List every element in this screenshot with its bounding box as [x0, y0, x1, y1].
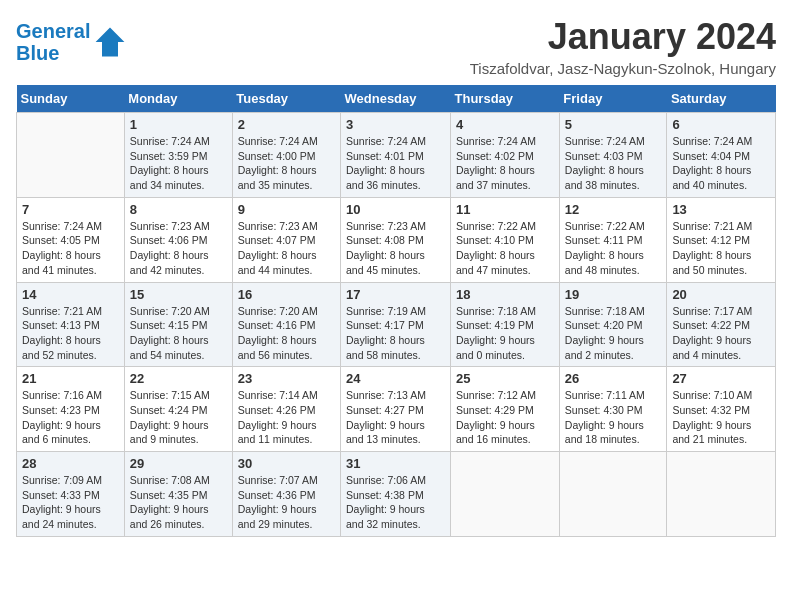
day-number: 10 — [346, 202, 445, 217]
day-number: 19 — [565, 287, 662, 302]
day-info: Sunrise: 7:24 AMSunset: 4:01 PMDaylight:… — [346, 134, 445, 193]
day-number: 27 — [672, 371, 770, 386]
day-info: Sunrise: 7:13 AMSunset: 4:27 PMDaylight:… — [346, 388, 445, 447]
day-info: Sunrise: 7:23 AMSunset: 4:07 PMDaylight:… — [238, 219, 335, 278]
calendar-cell: 3Sunrise: 7:24 AMSunset: 4:01 PMDaylight… — [341, 113, 451, 198]
day-info: Sunrise: 7:15 AMSunset: 4:24 PMDaylight:… — [130, 388, 227, 447]
day-info: Sunrise: 7:09 AMSunset: 4:33 PMDaylight:… — [22, 473, 119, 532]
day-info: Sunrise: 7:24 AMSunset: 4:02 PMDaylight:… — [456, 134, 554, 193]
day-number: 24 — [346, 371, 445, 386]
calendar-cell: 18Sunrise: 7:18 AMSunset: 4:19 PMDayligh… — [451, 282, 560, 367]
day-number: 30 — [238, 456, 335, 471]
day-info: Sunrise: 7:23 AMSunset: 4:08 PMDaylight:… — [346, 219, 445, 278]
day-info: Sunrise: 7:18 AMSunset: 4:19 PMDaylight:… — [456, 304, 554, 363]
day-number: 1 — [130, 117, 227, 132]
week-row-4: 21Sunrise: 7:16 AMSunset: 4:23 PMDayligh… — [17, 367, 776, 452]
header-day-thursday: Thursday — [451, 85, 560, 113]
day-number: 9 — [238, 202, 335, 217]
day-info: Sunrise: 7:14 AMSunset: 4:26 PMDaylight:… — [238, 388, 335, 447]
calendar-cell: 6Sunrise: 7:24 AMSunset: 4:04 PMDaylight… — [667, 113, 776, 198]
day-number: 4 — [456, 117, 554, 132]
day-number: 12 — [565, 202, 662, 217]
day-number: 7 — [22, 202, 119, 217]
day-number: 15 — [130, 287, 227, 302]
calendar-cell: 19Sunrise: 7:18 AMSunset: 4:20 PMDayligh… — [559, 282, 667, 367]
day-number: 20 — [672, 287, 770, 302]
day-number: 13 — [672, 202, 770, 217]
day-info: Sunrise: 7:24 AMSunset: 4:05 PMDaylight:… — [22, 219, 119, 278]
day-info: Sunrise: 7:16 AMSunset: 4:23 PMDaylight:… — [22, 388, 119, 447]
calendar-cell: 4Sunrise: 7:24 AMSunset: 4:02 PMDaylight… — [451, 113, 560, 198]
day-info: Sunrise: 7:19 AMSunset: 4:17 PMDaylight:… — [346, 304, 445, 363]
calendar-cell — [667, 452, 776, 537]
week-row-5: 28Sunrise: 7:09 AMSunset: 4:33 PMDayligh… — [17, 452, 776, 537]
day-number: 29 — [130, 456, 227, 471]
calendar-cell: 8Sunrise: 7:23 AMSunset: 4:06 PMDaylight… — [124, 197, 232, 282]
day-info: Sunrise: 7:22 AMSunset: 4:11 PMDaylight:… — [565, 219, 662, 278]
calendar-cell: 15Sunrise: 7:20 AMSunset: 4:15 PMDayligh… — [124, 282, 232, 367]
day-info: Sunrise: 7:08 AMSunset: 4:35 PMDaylight:… — [130, 473, 227, 532]
day-info: Sunrise: 7:24 AMSunset: 4:04 PMDaylight:… — [672, 134, 770, 193]
location-title: Tiszafoldvar, Jasz-Nagykun-Szolnok, Hung… — [470, 60, 776, 77]
day-number: 14 — [22, 287, 119, 302]
logo: General Blue — [16, 20, 126, 64]
title-area: January 2024 Tiszafoldvar, Jasz-Nagykun-… — [470, 16, 776, 77]
day-info: Sunrise: 7:17 AMSunset: 4:22 PMDaylight:… — [672, 304, 770, 363]
calendar-cell: 23Sunrise: 7:14 AMSunset: 4:26 PMDayligh… — [232, 367, 340, 452]
calendar-cell: 13Sunrise: 7:21 AMSunset: 4:12 PMDayligh… — [667, 197, 776, 282]
day-info: Sunrise: 7:21 AMSunset: 4:12 PMDaylight:… — [672, 219, 770, 278]
calendar-cell: 31Sunrise: 7:06 AMSunset: 4:38 PMDayligh… — [341, 452, 451, 537]
header-day-wednesday: Wednesday — [341, 85, 451, 113]
calendar-table: SundayMondayTuesdayWednesdayThursdayFrid… — [16, 85, 776, 537]
week-row-1: 1Sunrise: 7:24 AMSunset: 3:59 PMDaylight… — [17, 113, 776, 198]
day-number: 3 — [346, 117, 445, 132]
day-info: Sunrise: 7:20 AMSunset: 4:16 PMDaylight:… — [238, 304, 335, 363]
day-number: 22 — [130, 371, 227, 386]
header: General Blue January 2024 Tiszafoldvar, … — [16, 16, 776, 77]
header-day-monday: Monday — [124, 85, 232, 113]
calendar-cell: 2Sunrise: 7:24 AMSunset: 4:00 PMDaylight… — [232, 113, 340, 198]
day-info: Sunrise: 7:23 AMSunset: 4:06 PMDaylight:… — [130, 219, 227, 278]
day-info: Sunrise: 7:11 AMSunset: 4:30 PMDaylight:… — [565, 388, 662, 447]
calendar-cell: 7Sunrise: 7:24 AMSunset: 4:05 PMDaylight… — [17, 197, 125, 282]
day-number: 26 — [565, 371, 662, 386]
day-number: 5 — [565, 117, 662, 132]
header-day-saturday: Saturday — [667, 85, 776, 113]
day-info: Sunrise: 7:06 AMSunset: 4:38 PMDaylight:… — [346, 473, 445, 532]
logo-icon — [94, 26, 126, 58]
calendar-cell — [559, 452, 667, 537]
day-number: 17 — [346, 287, 445, 302]
calendar-cell: 29Sunrise: 7:08 AMSunset: 4:35 PMDayligh… — [124, 452, 232, 537]
calendar-cell: 21Sunrise: 7:16 AMSunset: 4:23 PMDayligh… — [17, 367, 125, 452]
header-day-friday: Friday — [559, 85, 667, 113]
calendar-body: 1Sunrise: 7:24 AMSunset: 3:59 PMDaylight… — [17, 113, 776, 537]
calendar-cell: 9Sunrise: 7:23 AMSunset: 4:07 PMDaylight… — [232, 197, 340, 282]
calendar-cell — [451, 452, 560, 537]
day-number: 28 — [22, 456, 119, 471]
day-number: 16 — [238, 287, 335, 302]
calendar-cell: 24Sunrise: 7:13 AMSunset: 4:27 PMDayligh… — [341, 367, 451, 452]
day-info: Sunrise: 7:20 AMSunset: 4:15 PMDaylight:… — [130, 304, 227, 363]
calendar-cell: 16Sunrise: 7:20 AMSunset: 4:16 PMDayligh… — [232, 282, 340, 367]
calendar-cell: 26Sunrise: 7:11 AMSunset: 4:30 PMDayligh… — [559, 367, 667, 452]
calendar-cell: 1Sunrise: 7:24 AMSunset: 3:59 PMDaylight… — [124, 113, 232, 198]
calendar-cell: 28Sunrise: 7:09 AMSunset: 4:33 PMDayligh… — [17, 452, 125, 537]
logo-general: General — [16, 20, 90, 42]
logo-blue: Blue — [16, 42, 90, 64]
calendar-header: SundayMondayTuesdayWednesdayThursdayFrid… — [17, 85, 776, 113]
day-number: 31 — [346, 456, 445, 471]
day-info: Sunrise: 7:24 AMSunset: 3:59 PMDaylight:… — [130, 134, 227, 193]
header-day-sunday: Sunday — [17, 85, 125, 113]
calendar-cell: 11Sunrise: 7:22 AMSunset: 4:10 PMDayligh… — [451, 197, 560, 282]
calendar-cell: 20Sunrise: 7:17 AMSunset: 4:22 PMDayligh… — [667, 282, 776, 367]
logo-text: General — [16, 20, 90, 42]
week-row-2: 7Sunrise: 7:24 AMSunset: 4:05 PMDaylight… — [17, 197, 776, 282]
day-info: Sunrise: 7:07 AMSunset: 4:36 PMDaylight:… — [238, 473, 335, 532]
day-info: Sunrise: 7:24 AMSunset: 4:00 PMDaylight:… — [238, 134, 335, 193]
day-number: 18 — [456, 287, 554, 302]
day-info: Sunrise: 7:21 AMSunset: 4:13 PMDaylight:… — [22, 304, 119, 363]
day-info: Sunrise: 7:10 AMSunset: 4:32 PMDaylight:… — [672, 388, 770, 447]
day-number: 6 — [672, 117, 770, 132]
day-number: 21 — [22, 371, 119, 386]
svg-marker-0 — [96, 28, 125, 57]
